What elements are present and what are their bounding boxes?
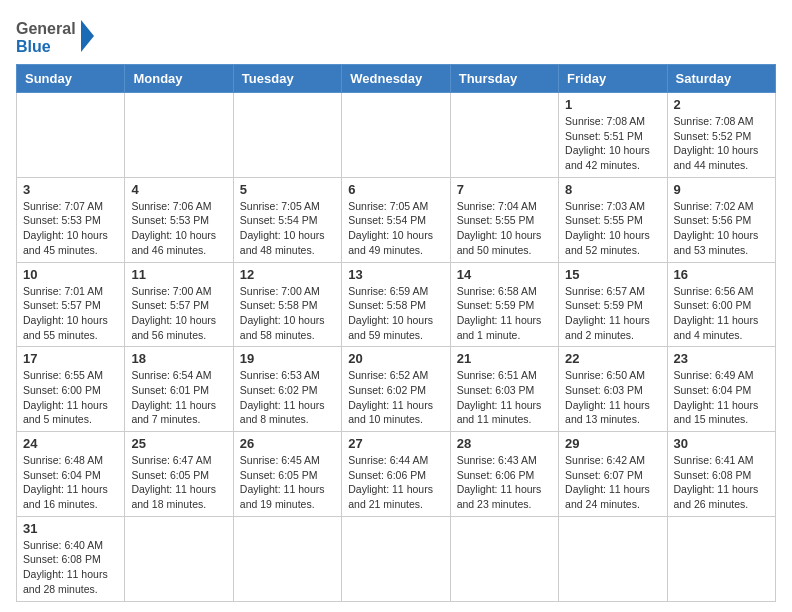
day-number: 13: [348, 267, 443, 282]
calendar-cell: [450, 93, 558, 178]
day-info: Sunrise: 6:49 AM Sunset: 6:04 PM Dayligh…: [674, 368, 769, 427]
calendar-cell: 1Sunrise: 7:08 AM Sunset: 5:51 PM Daylig…: [559, 93, 667, 178]
day-info: Sunrise: 6:58 AM Sunset: 5:59 PM Dayligh…: [457, 284, 552, 343]
day-number: 22: [565, 351, 660, 366]
day-number: 28: [457, 436, 552, 451]
calendar-cell: 14Sunrise: 6:58 AM Sunset: 5:59 PM Dayli…: [450, 262, 558, 347]
calendar-cell: 25Sunrise: 6:47 AM Sunset: 6:05 PM Dayli…: [125, 432, 233, 517]
day-info: Sunrise: 6:40 AM Sunset: 6:08 PM Dayligh…: [23, 538, 118, 597]
day-info: Sunrise: 6:53 AM Sunset: 6:02 PM Dayligh…: [240, 368, 335, 427]
calendar-cell: 4Sunrise: 7:06 AM Sunset: 5:53 PM Daylig…: [125, 177, 233, 262]
day-number: 5: [240, 182, 335, 197]
calendar-cell: 16Sunrise: 6:56 AM Sunset: 6:00 PM Dayli…: [667, 262, 775, 347]
calendar-cell: [125, 516, 233, 601]
day-number: 1: [565, 97, 660, 112]
day-info: Sunrise: 7:08 AM Sunset: 5:52 PM Dayligh…: [674, 114, 769, 173]
day-info: Sunrise: 7:01 AM Sunset: 5:57 PM Dayligh…: [23, 284, 118, 343]
calendar-cell: [233, 516, 341, 601]
calendar-cell: 11Sunrise: 7:00 AM Sunset: 5:57 PM Dayli…: [125, 262, 233, 347]
day-info: Sunrise: 7:03 AM Sunset: 5:55 PM Dayligh…: [565, 199, 660, 258]
weekday-header-tuesday: Tuesday: [233, 65, 341, 93]
calendar-cell: [17, 93, 125, 178]
calendar-cell: [450, 516, 558, 601]
day-number: 19: [240, 351, 335, 366]
calendar-cell: 22Sunrise: 6:50 AM Sunset: 6:03 PM Dayli…: [559, 347, 667, 432]
day-number: 25: [131, 436, 226, 451]
weekday-header-row: SundayMondayTuesdayWednesdayThursdayFrid…: [17, 65, 776, 93]
svg-marker-2: [81, 20, 94, 52]
day-info: Sunrise: 6:50 AM Sunset: 6:03 PM Dayligh…: [565, 368, 660, 427]
calendar-cell: [342, 93, 450, 178]
day-number: 15: [565, 267, 660, 282]
calendar-cell: 28Sunrise: 6:43 AM Sunset: 6:06 PM Dayli…: [450, 432, 558, 517]
calendar-cell: [667, 516, 775, 601]
day-info: Sunrise: 7:00 AM Sunset: 5:57 PM Dayligh…: [131, 284, 226, 343]
calendar-cell: 6Sunrise: 7:05 AM Sunset: 5:54 PM Daylig…: [342, 177, 450, 262]
day-info: Sunrise: 7:02 AM Sunset: 5:56 PM Dayligh…: [674, 199, 769, 258]
calendar-cell: 24Sunrise: 6:48 AM Sunset: 6:04 PM Dayli…: [17, 432, 125, 517]
day-number: 29: [565, 436, 660, 451]
svg-text:General: General: [16, 20, 76, 37]
day-number: 8: [565, 182, 660, 197]
day-info: Sunrise: 6:47 AM Sunset: 6:05 PM Dayligh…: [131, 453, 226, 512]
day-number: 3: [23, 182, 118, 197]
day-info: Sunrise: 7:05 AM Sunset: 5:54 PM Dayligh…: [348, 199, 443, 258]
logo-icon: GeneralBlue: [16, 16, 96, 56]
day-info: Sunrise: 6:54 AM Sunset: 6:01 PM Dayligh…: [131, 368, 226, 427]
day-number: 23: [674, 351, 769, 366]
day-info: Sunrise: 6:56 AM Sunset: 6:00 PM Dayligh…: [674, 284, 769, 343]
calendar-cell: 5Sunrise: 7:05 AM Sunset: 5:54 PM Daylig…: [233, 177, 341, 262]
calendar-cell: 18Sunrise: 6:54 AM Sunset: 6:01 PM Dayli…: [125, 347, 233, 432]
calendar-cell: 17Sunrise: 6:55 AM Sunset: 6:00 PM Dayli…: [17, 347, 125, 432]
day-number: 6: [348, 182, 443, 197]
day-number: 21: [457, 351, 552, 366]
weekday-header-sunday: Sunday: [17, 65, 125, 93]
weekday-header-wednesday: Wednesday: [342, 65, 450, 93]
day-info: Sunrise: 7:07 AM Sunset: 5:53 PM Dayligh…: [23, 199, 118, 258]
weekday-header-friday: Friday: [559, 65, 667, 93]
week-row-2: 10Sunrise: 7:01 AM Sunset: 5:57 PM Dayli…: [17, 262, 776, 347]
calendar-cell: 23Sunrise: 6:49 AM Sunset: 6:04 PM Dayli…: [667, 347, 775, 432]
week-row-1: 3Sunrise: 7:07 AM Sunset: 5:53 PM Daylig…: [17, 177, 776, 262]
day-number: 16: [674, 267, 769, 282]
week-row-5: 31Sunrise: 6:40 AM Sunset: 6:08 PM Dayli…: [17, 516, 776, 601]
day-info: Sunrise: 6:44 AM Sunset: 6:06 PM Dayligh…: [348, 453, 443, 512]
calendar-cell: 15Sunrise: 6:57 AM Sunset: 5:59 PM Dayli…: [559, 262, 667, 347]
calendar-cell: [233, 93, 341, 178]
logo: GeneralBlue: [16, 16, 96, 56]
day-info: Sunrise: 7:05 AM Sunset: 5:54 PM Dayligh…: [240, 199, 335, 258]
svg-text:Blue: Blue: [16, 38, 51, 55]
weekday-header-thursday: Thursday: [450, 65, 558, 93]
page-header: GeneralBlue: [16, 16, 776, 56]
calendar-cell: [125, 93, 233, 178]
day-info: Sunrise: 7:06 AM Sunset: 5:53 PM Dayligh…: [131, 199, 226, 258]
day-number: 9: [674, 182, 769, 197]
day-info: Sunrise: 7:00 AM Sunset: 5:58 PM Dayligh…: [240, 284, 335, 343]
day-number: 24: [23, 436, 118, 451]
calendar-cell: 7Sunrise: 7:04 AM Sunset: 5:55 PM Daylig…: [450, 177, 558, 262]
day-number: 11: [131, 267, 226, 282]
day-number: 18: [131, 351, 226, 366]
day-number: 26: [240, 436, 335, 451]
day-info: Sunrise: 6:48 AM Sunset: 6:04 PM Dayligh…: [23, 453, 118, 512]
calendar-cell: [342, 516, 450, 601]
calendar-cell: 13Sunrise: 6:59 AM Sunset: 5:58 PM Dayli…: [342, 262, 450, 347]
week-row-4: 24Sunrise: 6:48 AM Sunset: 6:04 PM Dayli…: [17, 432, 776, 517]
calendar-cell: 30Sunrise: 6:41 AM Sunset: 6:08 PM Dayli…: [667, 432, 775, 517]
day-info: Sunrise: 6:45 AM Sunset: 6:05 PM Dayligh…: [240, 453, 335, 512]
day-number: 30: [674, 436, 769, 451]
calendar-cell: 21Sunrise: 6:51 AM Sunset: 6:03 PM Dayli…: [450, 347, 558, 432]
day-number: 4: [131, 182, 226, 197]
day-info: Sunrise: 6:43 AM Sunset: 6:06 PM Dayligh…: [457, 453, 552, 512]
day-info: Sunrise: 6:55 AM Sunset: 6:00 PM Dayligh…: [23, 368, 118, 427]
day-number: 31: [23, 521, 118, 536]
calendar-cell: 9Sunrise: 7:02 AM Sunset: 5:56 PM Daylig…: [667, 177, 775, 262]
calendar-cell: [559, 516, 667, 601]
day-number: 10: [23, 267, 118, 282]
day-info: Sunrise: 7:08 AM Sunset: 5:51 PM Dayligh…: [565, 114, 660, 173]
day-info: Sunrise: 6:52 AM Sunset: 6:02 PM Dayligh…: [348, 368, 443, 427]
day-number: 14: [457, 267, 552, 282]
day-info: Sunrise: 6:59 AM Sunset: 5:58 PM Dayligh…: [348, 284, 443, 343]
calendar-cell: 10Sunrise: 7:01 AM Sunset: 5:57 PM Dayli…: [17, 262, 125, 347]
day-number: 2: [674, 97, 769, 112]
